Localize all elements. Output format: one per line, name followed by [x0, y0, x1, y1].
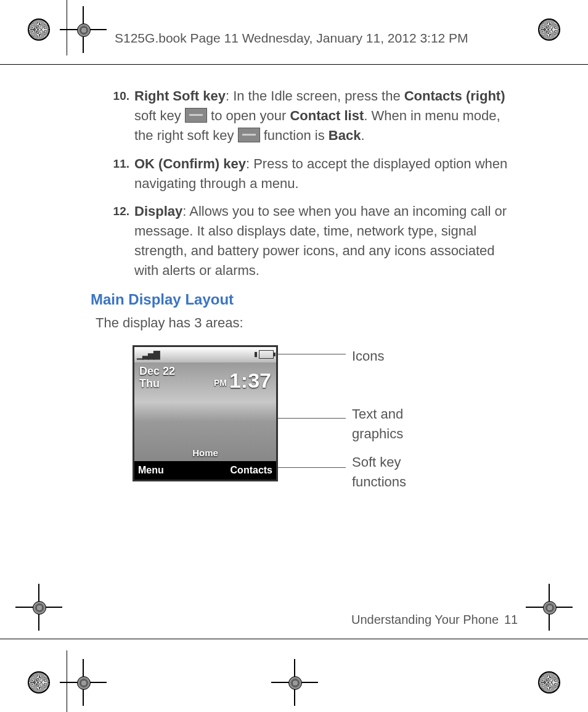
registration-mark-icon	[284, 671, 306, 694]
callout-line	[278, 467, 346, 468]
item-number: 12.	[96, 202, 134, 280]
callout-softkey-functions: Soft key functions	[352, 452, 406, 492]
registration-mark-icon	[72, 18, 94, 41]
time-pm: PM	[214, 377, 227, 389]
term-label: OK (Confirm) key	[134, 156, 246, 171]
item-number: 10.	[96, 86, 134, 145]
bold-text: Back	[329, 128, 361, 143]
phone-screen: ▁▃▅▇ ▮ Dec 22 Thu PM 1:37 Home Menu Cont…	[133, 345, 278, 481]
header-slug: S125G.book Page 11 Wednesday, January 11…	[115, 31, 468, 46]
page-content: 10. Right Soft key: In the Idle screen, …	[96, 86, 515, 493]
item-text: OK (Confirm) key: Press to accept the di…	[134, 154, 515, 194]
item-text: Display: Allows you to see when you have…	[134, 202, 515, 280]
callout-text-graphics: Text and graphics	[352, 404, 403, 444]
term-label: Display	[134, 203, 182, 219]
footer-page-number: 11	[504, 613, 518, 627]
center-softkey-label: Home	[134, 446, 276, 460]
callout-icons: Icons	[352, 346, 385, 366]
registration-mark-icon	[72, 671, 94, 694]
section-intro: The display has 3 areas:	[96, 313, 515, 333]
datetime-overlay: Dec 22 Thu PM 1:37	[139, 366, 271, 390]
list-item: 12. Display: Allows you to see when you …	[96, 202, 515, 280]
soft-key-icon	[185, 108, 207, 123]
battery-icon: ▮	[254, 350, 274, 359]
frame-line	[67, 0, 67, 55]
term-label: Right Soft key	[134, 88, 226, 104]
right-softkey-label: Contacts	[231, 463, 272, 477]
callout-line	[278, 418, 346, 419]
phone-icon-bar: ▁▃▅▇ ▮	[134, 347, 276, 363]
footer-section-name: Understanding Your Phone	[351, 613, 499, 627]
registration-mark-icon	[538, 596, 560, 618]
frame-line	[67, 650, 67, 712]
crop-circle-icon	[538, 18, 560, 41]
display-diagram: ▁▃▅▇ ▮ Dec 22 Thu PM 1:37 Home Menu Cont…	[133, 345, 515, 493]
left-softkey-label: Menu	[138, 463, 164, 477]
registration-mark-icon	[28, 596, 50, 618]
frame-line	[0, 639, 588, 639]
crop-circle-icon	[28, 671, 50, 694]
item-number: 11.	[96, 154, 134, 194]
frame-line	[0, 64, 588, 65]
softkey-bar: Menu Contacts	[134, 461, 276, 480]
bold-text: Contacts (right)	[404, 88, 505, 104]
bold-text: Contact list	[290, 108, 364, 123]
section-heading: Main Display Layout	[91, 289, 515, 311]
item-text: Right Soft key: In the Idle screen, pres…	[134, 86, 515, 145]
signal-icon: ▁▃▅▇	[137, 348, 159, 361]
list-item: 11. OK (Confirm) key: Press to accept th…	[96, 154, 515, 194]
soft-key-icon	[238, 128, 260, 142]
crop-circle-icon	[28, 18, 50, 41]
callout-line	[278, 354, 346, 354]
list-item: 10. Right Soft key: In the Idle screen, …	[96, 86, 515, 145]
time-value: 1:37	[229, 366, 271, 396]
crop-circle-icon	[538, 671, 560, 694]
